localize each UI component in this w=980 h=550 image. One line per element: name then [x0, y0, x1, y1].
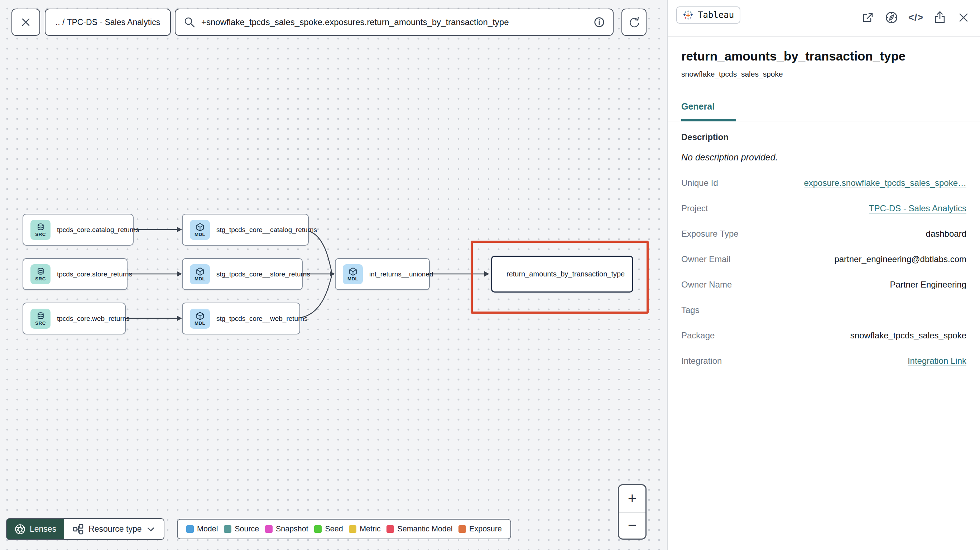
model-badge: MDL	[190, 264, 210, 284]
graph-node-stg-store-returns[interactable]: MDL stg_tpcds_core__store_returns	[182, 258, 303, 290]
detail-row-integration: Integration Integration Link	[681, 356, 966, 366]
lenses-label: Lenses	[30, 524, 56, 534]
database-icon	[36, 267, 45, 276]
graph-node-source-web-returns[interactable]: SRC tpcds_core.web_returns	[22, 302, 126, 334]
legend-item: Snapshot	[265, 525, 309, 534]
aperture-icon	[15, 524, 25, 535]
detail-row-owner-email: Owner Email partner_engineering@dbtlabs.…	[681, 254, 966, 264]
legend-item: Model	[186, 525, 218, 534]
panel-tabs: General	[668, 101, 980, 121]
unique-id-link[interactable]: exposure.snowflake_tpcds_sales_spoke…	[804, 178, 966, 188]
legend-item: Semantic Model	[387, 525, 452, 534]
legend-item: Seed	[314, 525, 343, 534]
graph-node-exposure-selected[interactable]: return_amounts_by_transaction_type	[491, 256, 633, 292]
cube-icon	[196, 267, 205, 276]
resource-details-panel: Tableau </> return_amounts_by_transactio…	[667, 0, 980, 550]
external-link-icon[interactable]	[861, 10, 875, 25]
refresh-button[interactable]	[622, 9, 646, 36]
resource-type-label: Resource type	[89, 524, 142, 534]
cube-icon	[196, 312, 205, 321]
source-badge: SRC	[30, 220, 51, 240]
cube-icon	[348, 267, 358, 276]
legend-swatch-seed	[314, 525, 321, 533]
description-value: No description provided.	[681, 152, 966, 162]
lenses-button[interactable]: Lenses	[7, 519, 64, 539]
detail-row-tags: Tags	[681, 305, 966, 315]
close-graph-button[interactable]	[11, 9, 40, 36]
zoom-in-button[interactable]: +	[619, 485, 646, 512]
refresh-icon	[627, 15, 641, 29]
legend-swatch-source	[224, 525, 231, 533]
code-icon[interactable]: </>	[908, 12, 923, 23]
database-icon	[36, 312, 45, 321]
page-title: return_amounts_by_transaction_type	[681, 49, 966, 64]
node-label: stg_tpcds_core__web_returns	[216, 315, 308, 323]
detail-row-exposure-type: Exposure Type dashboard	[681, 229, 966, 239]
owner-email-value: partner_engineering@dbtlabs.com	[834, 254, 966, 264]
search-value: +snowflake_tpcds_sales_spoke.exposures.r…	[201, 17, 588, 27]
integration-badge-label: Tableau	[698, 10, 734, 20]
integration-link[interactable]: Integration Link	[908, 356, 966, 366]
owner-name-value: Partner Engineering	[890, 280, 966, 290]
legend-item: Exposure	[458, 525, 502, 534]
info-icon[interactable]	[593, 16, 605, 28]
model-badge: MDL	[190, 308, 210, 329]
search-input[interactable]: +snowflake_tpcds_sales_spoke.exposures.r…	[175, 9, 614, 36]
source-badge: SRC	[30, 264, 51, 284]
search-icon	[183, 16, 196, 28]
description-label: Description	[681, 132, 966, 142]
detail-row-owner-name: Owner Name Partner Engineering	[681, 280, 966, 290]
sitemap-icon	[73, 524, 83, 535]
graph-node-stg-web-returns[interactable]: MDL stg_tpcds_core__web_returns	[182, 302, 300, 334]
detail-row-unique-id: Unique Id exposure.snowflake_tpcds_sales…	[681, 178, 966, 188]
legend-swatch-snapshot	[265, 525, 272, 533]
model-badge: MDL	[343, 264, 363, 284]
panel-body: Description No description provided. Uni…	[668, 121, 980, 366]
legend-item: Metric	[349, 525, 381, 534]
explore-compass-icon[interactable]	[884, 10, 899, 25]
package-value: snowflake_tpcds_sales_spoke	[850, 331, 966, 340]
node-label: int_returns__unioned	[369, 270, 433, 278]
legend-swatch-semantic-model	[387, 525, 394, 533]
zoom-controls: + −	[618, 484, 646, 540]
node-label: tpcds_core.catalog_returns	[57, 226, 139, 234]
legend-swatch-metric	[349, 525, 356, 533]
model-badge: MDL	[190, 220, 210, 240]
integration-badge: Tableau	[676, 6, 740, 24]
legend-swatch-exposure	[458, 525, 466, 533]
close-panel-icon[interactable]	[956, 10, 971, 25]
panel-header: Tableau </>	[668, 0, 980, 37]
node-label: return_amounts_by_transaction_type	[506, 270, 625, 278]
share-icon[interactable]	[933, 10, 947, 25]
lineage-canvas[interactable]: .. / TPC-DS - Sales Analytics +snowflake…	[0, 0, 667, 550]
graph-node-int-returns-unioned[interactable]: MDL int_returns__unioned	[335, 258, 430, 290]
zoom-out-button[interactable]: −	[619, 512, 646, 539]
node-label: tpcds_core.web_returns	[57, 315, 130, 323]
tableau-icon	[683, 10, 694, 21]
chevron-down-icon	[146, 525, 155, 534]
database-icon	[36, 223, 45, 232]
legend-swatch-model	[186, 525, 194, 533]
lenses-control: Lenses Resource type	[6, 518, 164, 540]
breadcrumb[interactable]: .. / TPC-DS - Sales Analytics	[45, 9, 171, 36]
resource-type-legend: Model Source Snapshot Seed Metric Semant…	[177, 519, 511, 539]
detail-row-package: Package snowflake_tpcds_sales_spoke	[681, 331, 966, 340]
graph-node-source-store-returns[interactable]: SRC tpcds_core.store_returns	[22, 258, 127, 290]
legend-item: Source	[224, 525, 259, 534]
node-label: tpcds_core.store_returns	[57, 270, 132, 278]
source-badge: SRC	[30, 308, 51, 329]
exposure-type-value: dashboard	[926, 229, 966, 239]
cube-icon	[196, 223, 205, 232]
node-label: stg_tpcds_core__catalog_returns	[216, 226, 317, 234]
panel-actions: </>	[861, 10, 971, 25]
project-link[interactable]: TPC-DS - Sales Analytics	[869, 203, 966, 213]
resource-type-dropdown[interactable]: Resource type	[64, 519, 164, 539]
graph-node-stg-catalog-returns[interactable]: MDL stg_tpcds_core__catalog_returns	[182, 214, 309, 246]
graph-node-source-catalog-returns[interactable]: SRC tpcds_core.catalog_returns	[22, 214, 134, 246]
package-subtitle: snowflake_tpcds_sales_spoke	[681, 70, 966, 78]
tab-general[interactable]: General	[681, 101, 736, 121]
detail-row-project: Project TPC-DS - Sales Analytics	[681, 203, 966, 213]
close-icon	[19, 16, 32, 29]
node-label: stg_tpcds_core__store_returns	[216, 270, 310, 278]
